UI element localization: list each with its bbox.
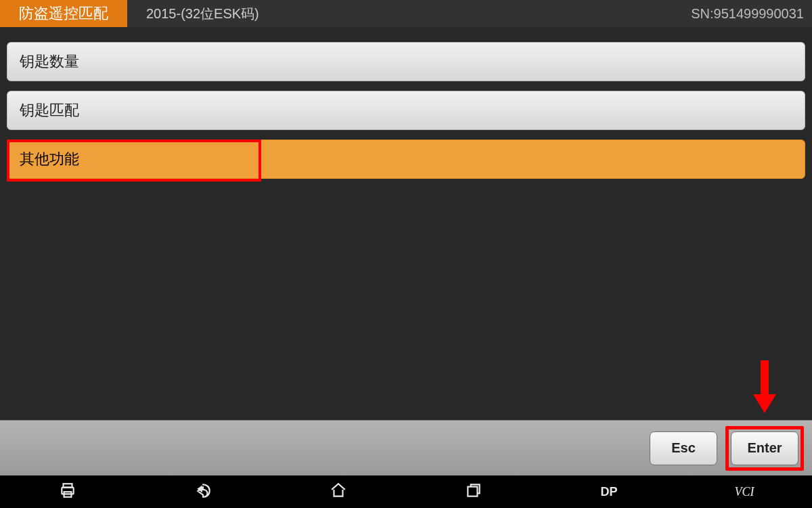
- nav-back[interactable]: [135, 475, 271, 508]
- back-icon: [194, 482, 212, 503]
- printer-icon: [59, 482, 76, 503]
- enter-button[interactable]: Enter: [731, 431, 798, 465]
- nav-print[interactable]: [0, 475, 135, 508]
- button-bar: Esc Enter: [0, 420, 812, 475]
- nav-dp[interactable]: DP: [541, 475, 677, 508]
- main-area: 钥匙数量 钥匙匹配 其他功能: [0, 27, 812, 420]
- svg-rect-3: [468, 486, 477, 496]
- annotation-arrow: [755, 360, 774, 415]
- nav-bar: DP VCI: [0, 475, 812, 508]
- nav-vci-label: VCI: [735, 485, 754, 499]
- menu-item-label: 钥匙数量: [20, 51, 79, 72]
- nav-home[interactable]: [271, 475, 406, 508]
- nav-dp-label: DP: [600, 485, 617, 499]
- top-bar: 防盗遥控匹配 2015-(32位ESK码) SN:951499990031: [0, 0, 812, 27]
- menu-item-label: 其他功能: [20, 149, 79, 169]
- nav-recent[interactable]: [406, 475, 541, 508]
- esc-button[interactable]: Esc: [650, 431, 717, 465]
- serial-number: SN:951499990031: [691, 6, 812, 22]
- nav-vci[interactable]: VCI: [677, 475, 812, 508]
- topbar-tab-label: 防盗遥控匹配: [19, 3, 108, 24]
- menu-item-other-functions[interactable]: 其他功能: [7, 140, 805, 179]
- menu-item-key-match[interactable]: 钥匙匹配: [7, 91, 805, 130]
- menu-item-label: 钥匙匹配: [20, 100, 79, 121]
- menu-item-key-count[interactable]: 钥匙数量: [7, 42, 805, 81]
- screen: 防盗遥控匹配 2015-(32位ESK码) SN:951499990031 钥匙…: [0, 0, 812, 508]
- esc-button-label: Esc: [671, 440, 696, 456]
- recent-apps-icon: [465, 482, 482, 503]
- enter-button-label: Enter: [747, 440, 782, 456]
- topbar-title: 2015-(32位ESK码): [127, 5, 691, 23]
- topbar-tab[interactable]: 防盗遥控匹配: [0, 0, 127, 27]
- enter-button-wrap: Enter: [731, 431, 798, 465]
- home-icon: [330, 482, 347, 503]
